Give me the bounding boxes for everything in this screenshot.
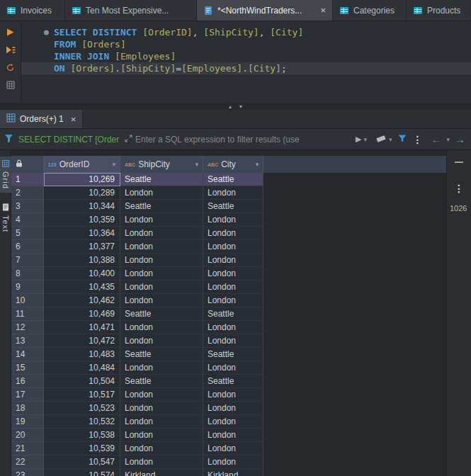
- cell-orderid[interactable]: 10,504: [44, 375, 120, 388]
- cell-orderid[interactable]: 10,388: [44, 254, 120, 267]
- cell-shipcity[interactable]: London: [120, 334, 203, 348]
- cell-orderid[interactable]: 10,289: [44, 186, 120, 200]
- cell-shipcity[interactable]: London: [120, 455, 203, 469]
- cell-shipcity[interactable]: Seattle: [120, 348, 203, 361]
- cell-shipcity[interactable]: London: [120, 429, 203, 442]
- cell-orderid[interactable]: 10,472: [44, 334, 120, 348]
- custom-filter-icon[interactable]: [4, 134, 14, 145]
- editor-results-splitter[interactable]: ▲ ▼: [0, 103, 471, 110]
- code-line[interactable]: SELECT DISTINCT [OrderID], [ShipCity], […: [21, 26, 471, 38]
- editor-tab-northwindtraders[interactable]: *<NorthWindTraders...×: [197, 0, 333, 21]
- column-header-city[interactable]: ABCCity▼: [203, 156, 263, 173]
- expand-filter-icon[interactable]: [125, 135, 132, 144]
- cell-orderid[interactable]: 10,435: [44, 280, 120, 294]
- row-number-cell[interactable]: 15: [11, 361, 44, 375]
- row-number-cell[interactable]: 21: [11, 442, 44, 455]
- row-number-cell[interactable]: 7: [11, 254, 44, 267]
- column-menu-icon[interactable]: ▼: [111, 162, 117, 168]
- cell-city[interactable]: London: [203, 321, 263, 334]
- cell-shipcity[interactable]: London: [120, 415, 203, 429]
- row-number-cell[interactable]: 9: [11, 280, 44, 294]
- cell-shipcity[interactable]: London: [120, 267, 203, 280]
- cell-orderid[interactable]: 10,539: [44, 442, 120, 455]
- cell-city[interactable]: Kirkland: [203, 469, 263, 476]
- cell-city[interactable]: London: [203, 415, 263, 429]
- row-number-cell[interactable]: 3: [11, 200, 44, 213]
- cell-city[interactable]: Seattle: [203, 200, 263, 213]
- editor-tab-categories[interactable]: Categories: [333, 0, 407, 21]
- cell-city[interactable]: London: [203, 227, 263, 240]
- column-header-shipcity[interactable]: ABCShipCity▼: [120, 156, 203, 173]
- row-number-cell[interactable]: 18: [11, 402, 44, 415]
- cell-orderid[interactable]: 10,462: [44, 294, 120, 307]
- cell-orderid[interactable]: 10,364: [44, 227, 120, 240]
- column-header-orderid[interactable]: 123OrderID▼: [44, 156, 120, 173]
- cell-city[interactable]: London: [203, 267, 263, 280]
- cell-city[interactable]: Seattle: [203, 375, 263, 388]
- cell-orderid[interactable]: 10,574: [44, 469, 120, 476]
- cell-city[interactable]: London: [203, 361, 263, 375]
- editor-tab-ten-most-expensive[interactable]: Ten Most Expensive...: [65, 0, 197, 21]
- presentation-tab-text[interactable]: Text: [0, 200, 11, 236]
- row-number-cell[interactable]: 6: [11, 240, 44, 254]
- row-number-cell[interactable]: 10: [11, 294, 44, 307]
- cell-city[interactable]: Seattle: [203, 173, 263, 186]
- cell-shipcity[interactable]: London: [120, 321, 203, 334]
- cell-shipcity[interactable]: London: [120, 186, 203, 200]
- cell-orderid[interactable]: 10,400: [44, 267, 120, 280]
- panel-menu-icon[interactable]: ⋮: [454, 183, 464, 194]
- minimize-panel-icon[interactable]: [455, 162, 463, 163]
- cell-shipcity[interactable]: Seattle: [120, 200, 203, 213]
- explain-plan-icon[interactable]: [5, 80, 16, 90]
- cell-orderid[interactable]: 10,471: [44, 321, 120, 334]
- row-number-cell[interactable]: 13: [11, 334, 44, 348]
- cell-shipcity[interactable]: London: [120, 227, 203, 240]
- row-number-cell[interactable]: 17: [11, 388, 44, 402]
- execute-statement-icon[interactable]: [5, 27, 16, 37]
- row-number-cell[interactable]: 22: [11, 455, 44, 469]
- collapse-down-icon[interactable]: ▼: [239, 104, 244, 109]
- row-number-cell[interactable]: 2: [11, 186, 44, 200]
- execute-script-icon[interactable]: [5, 45, 16, 55]
- cell-orderid[interactable]: 10,523: [44, 402, 120, 415]
- cell-city[interactable]: London: [203, 240, 263, 254]
- collapse-up-icon[interactable]: ▲: [228, 104, 233, 109]
- cell-city[interactable]: London: [203, 280, 263, 294]
- cell-city[interactable]: London: [203, 186, 263, 200]
- cell-orderid[interactable]: 10,483: [44, 348, 120, 361]
- cell-shipcity[interactable]: London: [120, 361, 203, 375]
- close-icon[interactable]: ×: [68, 114, 76, 125]
- cell-orderid[interactable]: 10,547: [44, 455, 120, 469]
- cell-shipcity[interactable]: London: [120, 388, 203, 402]
- row-number-cell[interactable]: 19: [11, 415, 44, 429]
- cell-city[interactable]: London: [203, 388, 263, 402]
- erase-filter-icon[interactable]: [376, 134, 387, 144]
- presentation-tab-grid[interactable]: Grid: [0, 157, 11, 193]
- cell-orderid[interactable]: 10,344: [44, 200, 120, 213]
- cell-shipcity[interactable]: London: [120, 294, 203, 307]
- code-line[interactable]: ON [Orders].[ShipCity]=[Employees].[City…: [21, 62, 471, 74]
- cell-city[interactable]: London: [203, 442, 263, 455]
- row-number-cell[interactable]: 14: [11, 348, 44, 361]
- cell-orderid[interactable]: 10,532: [44, 415, 120, 429]
- cell-shipcity[interactable]: London: [120, 280, 203, 294]
- cell-city[interactable]: Seattle: [203, 307, 263, 321]
- filter-input[interactable]: [135, 135, 353, 144]
- cell-city[interactable]: London: [203, 254, 263, 267]
- cell-shipcity[interactable]: Seattle: [120, 173, 203, 186]
- editor-tab-invoices[interactable]: Invoices: [0, 0, 65, 21]
- cell-orderid[interactable]: 10,517: [44, 388, 120, 402]
- cell-shipcity[interactable]: London: [120, 240, 203, 254]
- row-number-cell[interactable]: 1: [11, 173, 44, 186]
- close-icon[interactable]: ×: [317, 5, 326, 16]
- row-number-cell[interactable]: 5: [11, 227, 44, 240]
- cell-orderid[interactable]: 10,484: [44, 361, 120, 375]
- erase-filter-dropdown-icon[interactable]: ▾: [389, 136, 392, 143]
- row-number-cell[interactable]: 4: [11, 213, 44, 227]
- fetch-dropdown-icon[interactable]: ▾: [446, 136, 450, 143]
- code-line[interactable]: INNER JOIN [Employees]: [21, 50, 471, 62]
- cell-shipcity[interactable]: London: [120, 442, 203, 455]
- cell-shipcity[interactable]: Seattle: [120, 307, 203, 321]
- sql-editor[interactable]: SELECT DISTINCT [OrderID], [ShipCity], […: [0, 21, 471, 103]
- code-line[interactable]: FROM [Orders]: [21, 38, 471, 50]
